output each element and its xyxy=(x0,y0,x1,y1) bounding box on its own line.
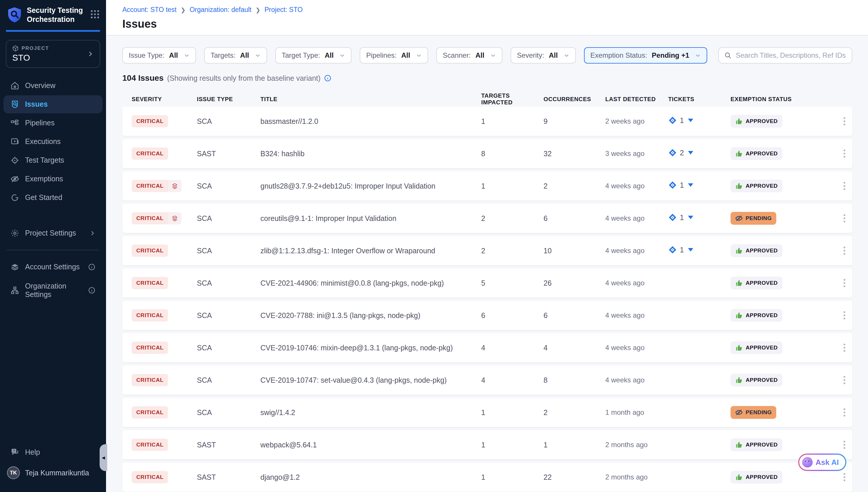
sidebar-item-label: Exemptions xyxy=(25,175,63,183)
filter-dropdown-exemption-status[interactable]: Exemption Status: Pending +1 xyxy=(584,47,707,64)
ask-ai-button[interactable]: Ask AI xyxy=(799,455,845,470)
project-selector[interactable]: PROJECT STO xyxy=(6,40,100,68)
column-header-last-detected: Last Detected xyxy=(601,96,663,103)
ticket-chevron-down-icon xyxy=(688,216,693,219)
sidebar-item-test-targets[interactable]: Test Targets xyxy=(3,151,103,169)
filter-dropdown-issue-type[interactable]: Issue Type: All xyxy=(122,47,196,64)
row-menu-button[interactable] xyxy=(841,244,848,257)
ticket-chevron-down-icon xyxy=(688,248,693,251)
table-row[interactable]: CRITICALSCAswig//1.4.2121 month agoPENDI… xyxy=(122,398,852,427)
filter-label: Severity: xyxy=(517,51,544,59)
row-menu-button[interactable] xyxy=(841,471,848,484)
sidebar-item-label: Get Started xyxy=(25,193,62,202)
content: Issue Type: AllTargets: AllTarget Type: … xyxy=(106,35,868,492)
chevron-down-icon xyxy=(695,52,701,58)
ticket-dropdown[interactable]: 2 xyxy=(668,148,693,157)
get-started-icon xyxy=(10,193,19,202)
ticket-dropdown[interactable]: 1 xyxy=(668,213,693,222)
filter-label: Issue Type: xyxy=(129,51,164,59)
filter-dropdown-targets[interactable]: Targets: All xyxy=(204,47,267,64)
occurrences-cell: 10 xyxy=(539,247,601,255)
column-header-title: Title xyxy=(260,96,476,103)
filter-dropdown-pipelines[interactable]: Pipelines: All xyxy=(360,47,428,64)
targets-impacted-cell: 1 xyxy=(476,408,539,417)
row-menu-button[interactable] xyxy=(841,406,848,419)
occurrences-cell: 32 xyxy=(539,149,601,158)
table-row[interactable]: CRITICALSASTdjango@1.21222 months agoAPP… xyxy=(122,463,852,492)
chevron-down-icon xyxy=(184,52,190,58)
table-row[interactable]: CRITICALSCAcoreutils@9.1-1: Improper Inp… xyxy=(122,204,852,233)
filter-dropdown-target-type[interactable]: Target Type: All xyxy=(275,47,351,64)
exemption-status-label: APPROVED xyxy=(746,377,778,383)
sidebar-item-pipelines[interactable]: Pipelines xyxy=(3,114,103,132)
row-menu-button[interactable] xyxy=(841,341,848,354)
issue-type-cell: SCA xyxy=(197,344,260,352)
ticket-dropdown[interactable]: 1 xyxy=(668,181,693,190)
filter-dropdown-severity[interactable]: Severity: All xyxy=(510,47,576,64)
sidebar-nav: Overview Issues Pipelines Executions Tes… xyxy=(0,76,106,207)
thumbs-up-icon xyxy=(735,473,743,481)
filter-label: Exemption Status: xyxy=(590,51,647,59)
ticket-dropdown[interactable]: 1 xyxy=(668,116,693,125)
table-row[interactable]: CRITICALSASTwebpack@5.64.1112 months ago… xyxy=(122,430,852,459)
row-menu-button[interactable] xyxy=(841,438,848,451)
executions-play-icon xyxy=(10,137,19,146)
sidebar-item-executions[interactable]: Executions xyxy=(3,132,103,151)
row-menu-button[interactable] xyxy=(841,147,848,160)
avatar: TK xyxy=(7,466,20,479)
main-area: Account: STO test ❯ Organization: defaul… xyxy=(106,0,868,492)
table-row[interactable]: CRITICALSCAzlib@1:1.2.13.dfsg-1: Integer… xyxy=(122,236,852,265)
occurrences-cell: 9 xyxy=(539,117,601,126)
breadcrumb: Account: STO test ❯ Organization: defaul… xyxy=(122,6,868,14)
info-icon[interactable] xyxy=(324,74,332,82)
row-menu-button[interactable] xyxy=(841,309,848,322)
search-input[interactable] xyxy=(736,51,846,59)
sidebar-item-project-settings[interactable]: Project Settings xyxy=(3,224,103,242)
severity-badge: CRITICAL xyxy=(132,342,168,354)
breadcrumb-organization-link[interactable]: Organization: default xyxy=(190,6,252,14)
ticket-dropdown[interactable]: 1 xyxy=(668,245,693,254)
sidebar-item-help[interactable]: ? Help xyxy=(3,443,103,461)
sidebar-item-overview[interactable]: Overview xyxy=(3,77,103,95)
table-row[interactable]: CRITICALSCACVE-2021-44906: minimist@0.0.… xyxy=(122,268,852,298)
filter-label: Targets: xyxy=(211,51,235,59)
info-icon xyxy=(88,263,96,271)
row-menu-button[interactable] xyxy=(841,374,848,387)
sidebar-item-organization-settings[interactable]: Organization Settings xyxy=(3,277,103,303)
filter-label: Scanner: xyxy=(443,51,471,59)
sidebar-item-get-started[interactable]: Get Started xyxy=(3,189,103,207)
severity-badge: CRITICAL xyxy=(132,180,181,192)
occurrences-cell: 2 xyxy=(539,182,601,190)
exemption-status-label: APPROVED xyxy=(746,183,778,189)
thumbs-up-icon xyxy=(735,118,743,125)
row-menu-button[interactable] xyxy=(841,212,848,225)
breadcrumb-account-link[interactable]: Account: STO test xyxy=(122,6,177,14)
occurrences-cell: 6 xyxy=(539,311,601,320)
last-detected-cell: 3 weeks ago xyxy=(601,149,663,158)
sidebar-item-exemptions[interactable]: Exemptions xyxy=(3,170,103,188)
stacked-severity-icon xyxy=(172,215,178,222)
exemption-status-label: APPROVED xyxy=(746,312,778,319)
row-menu-button[interactable] xyxy=(841,179,848,192)
thumbs-up-icon xyxy=(735,247,743,254)
exemption-status-badge: APPROVED xyxy=(731,179,782,192)
table-row[interactable]: CRITICALSCACVE-2020-7788: ini@1.3.5 (lan… xyxy=(122,301,852,330)
module-grid-icon[interactable] xyxy=(91,10,100,20)
row-menu-button[interactable] xyxy=(841,277,848,290)
sidebar-item-account-settings[interactable]: Account Settings xyxy=(3,258,103,276)
row-menu-button[interactable] xyxy=(841,115,848,128)
sidebar-item-issues[interactable]: Issues xyxy=(3,95,103,114)
table-row[interactable]: CRITICALSASTB324: hashlib8323 weeks ago2… xyxy=(122,139,852,168)
chevron-right-icon xyxy=(87,50,94,57)
table-row[interactable]: CRITICALSCACVE-2019-10746: mixin-deep@1.… xyxy=(122,333,852,362)
targets-impacted-cell: 2 xyxy=(476,247,539,255)
table-row[interactable]: CRITICALSCAgnutls28@3.7.9-2+deb12u5: Imp… xyxy=(122,171,852,200)
breadcrumb-separator-icon: ❯ xyxy=(256,6,260,14)
jira-ticket-icon xyxy=(668,213,677,222)
filter-dropdown-scanner[interactable]: Scanner: All xyxy=(436,47,502,64)
table-row[interactable]: CRITICALSCAbassmaster//1.2.0192 weeks ag… xyxy=(122,107,852,136)
table-row[interactable]: CRITICALSCACVE-2019-10747: set-value@0.4… xyxy=(122,366,852,395)
user-menu[interactable]: TK Teja Kummarikuntla xyxy=(0,462,106,484)
breadcrumb-project-link[interactable]: Project: STO xyxy=(264,6,303,14)
severity-badge: CRITICAL xyxy=(132,115,168,127)
